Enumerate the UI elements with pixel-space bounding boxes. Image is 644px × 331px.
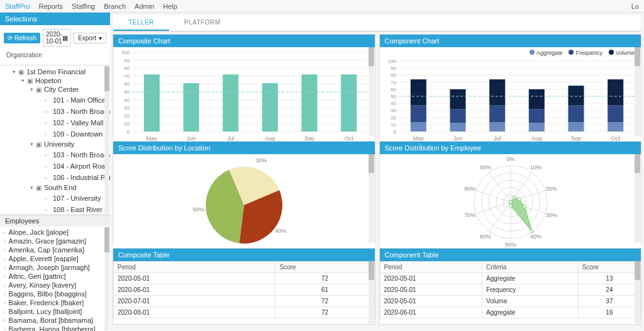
card-scrollbar[interactable] [635, 47, 640, 136]
svg-rect-27 [223, 74, 238, 132]
refresh-button[interactable]: ⟳ Refresh [4, 33, 40, 43]
tree-leaf[interactable]: ▫103 - North Broadway [38, 151, 110, 159]
svg-text:30%: 30% [255, 157, 267, 164]
file-icon: ▫ [45, 120, 51, 126]
sidebar: Selections ⟳ Refresh 2020-10-01 ▦ Export… [0, 13, 110, 331]
folder-icon: ▣ [18, 69, 25, 76]
svg-text:40: 40 [124, 98, 130, 103]
svg-rect-70 [528, 123, 544, 132]
employee-item[interactable]: ▫Balljoint, Lucy [lballjoint] [3, 307, 108, 316]
svg-text:30%: 30% [545, 212, 557, 218]
tree-node[interactable]: ▾▣South End [29, 184, 76, 191]
svg-text:70%: 70% [464, 212, 475, 218]
svg-text:80: 80 [391, 72, 396, 78]
svg-point-116 [509, 204, 512, 207]
score-employee-card: Score Distribution by Employee 0%10%20%3… [379, 141, 642, 244]
org-tree[interactable]: ▾▣1st Demo Financial ▾▣Hopeton ▾▣City Ce… [0, 65, 110, 215]
svg-rect-25 [183, 83, 199, 132]
svg-text:60%: 60% [480, 233, 491, 240]
card-scrollbar[interactable] [369, 261, 374, 323]
svg-rect-68 [489, 79, 505, 105]
tree-node[interactable]: ▾▣City Center [29, 86, 79, 93]
file-icon: ▫ [4, 238, 6, 245]
export-dropdown[interactable]: Export ▾ [74, 33, 106, 43]
card-scrollbar[interactable] [369, 47, 374, 136]
folder-icon: ▣ [36, 141, 42, 148]
employees-list[interactable]: ▫Alope, Jack [jalope]▫Amazin, Grace [gam… [0, 227, 110, 331]
tree-leaf[interactable]: ▫108 - East River [38, 206, 103, 213]
tree-scrollbar[interactable] [104, 66, 109, 214]
employees-panel: Employees ▫Alope, Jack [jalope]▫Amazin, … [0, 215, 110, 331]
tree-node[interactable]: ▾▣Hopeton [20, 77, 62, 84]
tab-platform[interactable]: PLATFORM [169, 15, 236, 31]
svg-text:90: 90 [391, 65, 396, 71]
tree-leaf[interactable]: ▫107 - University [38, 194, 101, 202]
component-chart-title: Component Chart [380, 35, 641, 47]
svg-rect-71 [528, 109, 544, 123]
svg-text:10%: 10% [530, 164, 541, 171]
svg-text:20: 20 [124, 113, 130, 119]
tree-leaf[interactable]: ▫104 - Airport Road [38, 162, 109, 170]
employee-item[interactable]: ▫Baggins, Bilbo [bbaggins] [3, 289, 108, 298]
card-scrollbar[interactable] [369, 154, 374, 243]
component-legend: AggregateFrequencyVolume [380, 47, 641, 56]
svg-rect-60 [410, 79, 426, 105]
svg-text:50: 50 [124, 89, 130, 95]
tree-leaf[interactable]: ▫103 - North Broadway [38, 108, 110, 115]
employee-item[interactable]: ▫Avery, Kinsey [kavery] [3, 281, 108, 289]
svg-text:10: 10 [124, 121, 130, 126]
chevron-down-icon: ▾ [99, 35, 102, 42]
svg-rect-80 [608, 79, 623, 105]
svg-text:70: 70 [391, 80, 396, 86]
menu-help[interactable]: Help [163, 3, 177, 10]
employee-item[interactable]: ▫Baker, Frederick [fbaker] [3, 298, 108, 307]
tab-teller[interactable]: TELLER [113, 15, 169, 31]
employee-item[interactable]: ▫Barberra, Hanna [hbarberra] [3, 325, 108, 331]
component-table: PeriodCriteriaScore2020-05-01Aggregate13… [380, 261, 641, 318]
employee-item[interactable]: ▫Amerika, Cap [camerika] [3, 245, 108, 254]
date-field[interactable]: 2020-10-01 ▦ [43, 29, 71, 47]
refresh-label: Refresh [14, 35, 36, 42]
employee-item[interactable]: ▫Armagh, Joseph [jarmagh] [3, 263, 108, 272]
card-scrollbar[interactable] [635, 261, 640, 323]
card-scrollbar[interactable] [635, 154, 640, 243]
employees-scrollbar[interactable] [104, 227, 109, 330]
svg-text:50%: 50% [193, 206, 204, 213]
export-label: Export [78, 35, 96, 42]
file-icon: ▫ [45, 97, 51, 104]
employee-item[interactable]: ▫Amazin, Grace [gamazin] [3, 237, 108, 245]
svg-rect-76 [568, 86, 584, 105]
tree-node[interactable]: ▾▣University [29, 140, 74, 148]
tree-root[interactable]: ▾▣1st Demo Financial [11, 68, 86, 76]
brand: StaffPro [5, 3, 30, 10]
score-location-card: Score Distribution by Location 30%40%50% [113, 141, 375, 244]
employees-header: Employees [0, 215, 110, 227]
composite-table: PeriodScore2020-05-01722020-06-01612020-… [113, 261, 375, 318]
tree-leaf[interactable]: ▫109 - Downtown [38, 130, 103, 138]
svg-point-115 [530, 230, 533, 233]
menu-admin[interactable]: Admin [135, 3, 154, 10]
svg-rect-29 [262, 83, 278, 132]
svg-text:90: 90 [124, 58, 130, 64]
tree-leaf[interactable]: ▫102 - Valley Mall [38, 119, 104, 126]
svg-text:40%: 40% [530, 233, 541, 240]
svg-text:80: 80 [124, 65, 130, 71]
employee-item[interactable]: ▫Attric, Geri [gattric] [3, 272, 108, 281]
tree-leaf[interactable]: ▫101 - Main Office [38, 96, 106, 104]
svg-line-102 [489, 202, 510, 232]
pie-chart: 30%40%50% [113, 154, 375, 250]
svg-rect-33 [341, 74, 357, 132]
employee-item[interactable]: ▫Apple, Everett [eapple] [3, 254, 108, 263]
menu-right[interactable]: Lo [631, 3, 639, 10]
employee-item[interactable]: ▫Bamama, Borat [bbamama] [3, 316, 108, 325]
folder-icon: ▣ [36, 86, 42, 93]
composite-chart-title: Composite Chart [113, 35, 375, 47]
employee-item[interactable]: ▫Alope, Jack [jalope] [3, 228, 108, 237]
svg-rect-72 [528, 89, 544, 109]
file-icon: ▫ [45, 152, 51, 159]
tree-leaf[interactable]: ▫106 - Industrial Park [38, 174, 110, 181]
menu-staffing[interactable]: Staffing [72, 3, 95, 10]
menu-reports[interactable]: Reports [39, 3, 64, 10]
menu-branch[interactable]: Branch [104, 3, 126, 10]
file-icon: ▫ [4, 282, 6, 289]
